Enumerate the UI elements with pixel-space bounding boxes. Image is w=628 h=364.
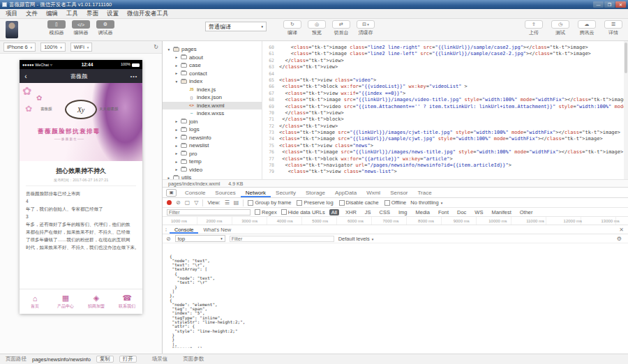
network-filter-input[interactable] xyxy=(167,209,251,215)
tree-item-pages[interactable]: ▾pages xyxy=(163,45,262,54)
console-settings-icon[interactable]: ⚙ xyxy=(617,236,625,242)
expand-arrow-icon[interactable]: ▸ xyxy=(174,144,179,148)
console-output[interactable]: { "node": "text", "text": "\r", "textArr… xyxy=(163,243,628,348)
menu-item[interactable]: 编辑 xyxy=(42,9,62,18)
menu-item[interactable]: 项目 xyxy=(1,9,22,18)
tree-item-case[interactable]: ▸case xyxy=(163,61,262,70)
toolbar-action-button[interactable]: ◎预览 xyxy=(308,20,326,36)
code-line[interactable]: 62 </class="tk-t">view> xyxy=(262,58,628,64)
code-line[interactable]: 65<class="tk-t">view class="video"> xyxy=(262,77,628,84)
code-line[interactable]: 64 xyxy=(262,71,628,77)
hide-data-urls-checkbox[interactable]: Hide data URLs xyxy=(281,209,325,215)
menu-item[interactable]: 文件 xyxy=(22,9,42,18)
request-type-chip[interactable]: JS xyxy=(363,209,373,215)
phone-tab[interactable]: ☎联系我们 xyxy=(112,289,142,314)
expand-arrow-icon[interactable]: ▸ xyxy=(174,55,179,59)
zoom-select[interactable]: 100% ▾ xyxy=(40,43,66,52)
console-tab[interactable]: What's New xyxy=(198,225,236,234)
code-line[interactable]: 74<class="tk-t">image src="{{linkUrl}}/s… xyxy=(262,136,628,142)
request-type-chip[interactable]: Other xyxy=(518,209,535,215)
tree-item-video[interactable]: ▸video xyxy=(163,166,262,174)
request-type-chip[interactable]: Doc xyxy=(455,209,468,215)
tree-item-index[interactable]: ▾index xyxy=(163,77,262,86)
debugger-tab[interactable]: Console xyxy=(180,188,210,197)
request-type-chip[interactable]: Manifest xyxy=(489,209,513,215)
code-line[interactable]: 77 <class="tk-t">block wx:for="{{article… xyxy=(262,156,628,162)
menu-item[interactable]: 界面 xyxy=(82,9,103,18)
request-type-chip[interactable]: Font xyxy=(436,209,451,215)
code-line[interactable]: 60 <class="tk-t">image class="line2 line… xyxy=(262,45,628,51)
phone-tab[interactable]: ▦产品中心 xyxy=(50,289,81,314)
network-checkbox[interactable]: Disable cache xyxy=(339,199,379,206)
toolbar-action-button[interactable]: ⊟▾清缓存 xyxy=(357,20,375,36)
filter-funnel-icon[interactable]: ▽ xyxy=(194,199,198,206)
debugger-tab[interactable]: Sources xyxy=(210,188,240,197)
code-line[interactable]: 78 <class="tk-t">navigator url="/pages/n… xyxy=(262,162,628,169)
phone-tab[interactable]: ⌂首页 xyxy=(20,289,50,314)
menu-item[interactable]: 微信开发者工具 xyxy=(123,9,173,18)
code-line[interactable]: 73<class="tk-t">image src="{{linkUrl}}/i… xyxy=(262,130,628,136)
code-line[interactable]: 72</class="tk-t">view> xyxy=(262,123,628,130)
console-filter-input[interactable] xyxy=(230,236,334,242)
expand-arrow-icon[interactable]: ▸ xyxy=(174,119,179,123)
code-line[interactable]: 76 <class="tk-t">image src="{{linkUrl}}/… xyxy=(262,149,628,156)
console-context-select[interactable]: top ▾ xyxy=(175,235,225,242)
tree-item-index.json[interactable]: {}index.json xyxy=(163,93,262,102)
code-line[interactable]: 61 <class="tk-t">image class="line2 line… xyxy=(262,51,628,57)
tree-item-index.wxml[interactable]: <>index.wxml xyxy=(163,102,262,110)
expand-arrow-icon[interactable]: ▾ xyxy=(174,79,179,84)
code-line[interactable]: 71 </class="tk-t">block> xyxy=(262,116,628,123)
close-drawer-icon[interactable]: ✕ xyxy=(615,227,628,233)
device-select[interactable]: iPhone 6 ▾ xyxy=(3,43,36,52)
tree-item-about[interactable]: ▸about xyxy=(163,54,262,62)
back-icon[interactable]: ‹ xyxy=(20,73,32,80)
toolbar-action-button[interactable]: ◷测试 xyxy=(551,20,569,36)
code-line[interactable]: 67 <class="tk-t">view wx:if="{{index ==0… xyxy=(262,91,628,97)
mode-button[interactable]: </>编辑器 xyxy=(72,20,90,36)
request-type-chip[interactable]: All xyxy=(329,209,339,215)
code-line[interactable]: 70 </class="tk-t">view> xyxy=(262,110,628,116)
tree-item-temp[interactable]: ▸temp xyxy=(163,158,262,166)
mode-button[interactable]: ▯模拟器 xyxy=(47,20,66,36)
expand-arrow-icon[interactable]: ▸ xyxy=(174,63,179,68)
code-line[interactable]: 68 <class="tk-t">image src="{{linkUrl}}/… xyxy=(262,97,628,103)
expand-arrow-icon[interactable]: ▸ xyxy=(174,71,179,75)
toolbar-action-button[interactable]: ⇄切后台 xyxy=(332,20,350,36)
maximize-button[interactable]: ❐ xyxy=(604,1,615,8)
toolbar-action-button[interactable]: ↻编译 xyxy=(283,20,301,36)
drawer-grip-icon[interactable]: ⁞ xyxy=(163,227,170,232)
tree-item-contact[interactable]: ▸contact xyxy=(163,70,262,78)
user-avatar[interactable] xyxy=(6,21,18,38)
request-type-chip[interactable]: XHR xyxy=(343,209,359,215)
console-prompt-row[interactable]: › xyxy=(163,348,628,354)
expand-arrow-icon[interactable]: ▸ xyxy=(174,160,179,164)
record-button[interactable] xyxy=(167,200,172,205)
tree-item-join[interactable]: ▸join xyxy=(163,118,262,126)
close-button[interactable]: ✕ xyxy=(615,1,626,8)
expand-arrow-icon[interactable]: ▸ xyxy=(174,151,179,156)
open-path-button[interactable]: 打开 xyxy=(119,356,137,363)
request-type-chip[interactable]: Img xyxy=(396,209,410,215)
toolbar-action-button[interactable]: ☁腾讯云 xyxy=(578,20,596,36)
more-menu-icon[interactable]: ••• xyxy=(126,74,142,79)
toolbar-action-button[interactable]: ⇧上传 xyxy=(525,20,543,36)
debugger-tab[interactable]: AppData xyxy=(330,188,361,197)
network-checkbox[interactable]: Offline xyxy=(384,199,407,206)
tree-item-index.wxss[interactable]: ~index.wxss xyxy=(163,109,262,118)
console-tab[interactable]: Console xyxy=(170,225,199,234)
tree-item-index.js[interactable]: JSindex.js xyxy=(163,86,262,94)
code-editor[interactable]: 60 <class="tk-t">image class="line2 line… xyxy=(262,41,628,179)
code-line[interactable]: 75<class="tk-t">view class="news"> xyxy=(262,143,628,149)
log-levels-select[interactable]: Default levels ▾ xyxy=(338,236,374,242)
network-checkbox[interactable]: Group by frame xyxy=(248,199,291,206)
list-view-icon[interactable]: ☰ xyxy=(225,199,230,206)
network-select[interactable]: WiFi ▾ xyxy=(70,43,93,52)
code-line[interactable]: 63</class="tk-t">view> xyxy=(262,64,628,70)
request-type-chip[interactable]: Media xyxy=(414,209,432,215)
tree-item-newslist[interactable]: ▸newslist xyxy=(163,142,262,150)
copy-path-button[interactable]: 复制 xyxy=(96,356,114,363)
refresh-icon[interactable]: ↻ xyxy=(154,44,158,50)
mode-button[interactable]: ⚙调试器 xyxy=(96,20,114,36)
toolbar-action-button[interactable]: ☰详情 xyxy=(604,20,622,36)
screenshot-icon[interactable]: ▢ xyxy=(185,199,190,206)
